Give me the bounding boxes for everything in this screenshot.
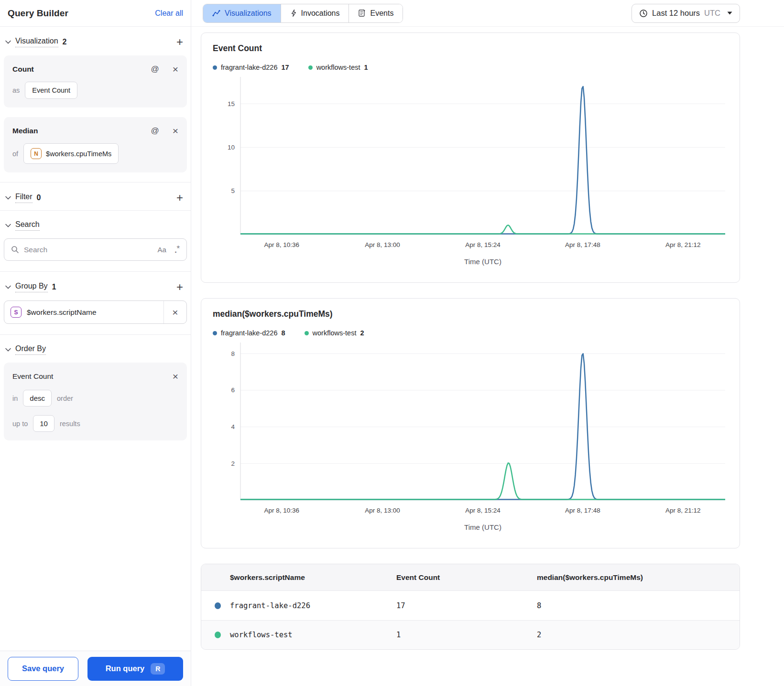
string-field-icon: S xyxy=(11,307,22,318)
chart-legend: fragrant-lake-d226 17 workflows-test 1 xyxy=(213,64,728,71)
line-chart-icon xyxy=(212,10,220,17)
add-filter-button[interactable]: + xyxy=(176,192,183,204)
table-row: workflows-test 1 2 xyxy=(201,620,740,649)
sort-direction-pill[interactable]: desc xyxy=(23,390,52,407)
run-query-label: Run query xyxy=(106,664,145,673)
svg-text:2: 2 xyxy=(231,460,235,467)
cell-median: 2 xyxy=(537,631,740,639)
tab-label: Events xyxy=(370,9,393,18)
series-dot xyxy=(215,602,221,609)
group-by-count: 1 xyxy=(52,283,56,291)
median-cputime-chart: 2468Apr 8, 10:36Apr 8, 13:00Apr 8, 15:24… xyxy=(213,339,728,541)
sidebar-body: Visualization 2 + Count @ × as Event Cou… xyxy=(0,27,191,651)
at-icon[interactable]: @ xyxy=(151,127,159,135)
chevron-down-icon[interactable] xyxy=(5,39,11,45)
close-icon[interactable]: × xyxy=(173,126,178,136)
of-label: of xyxy=(12,150,18,158)
run-query-button[interactable]: Run query R xyxy=(87,657,183,681)
event-count-chart-card: Event Count fragrant-lake-d226 17 workfl… xyxy=(201,32,740,283)
search-input[interactable] xyxy=(24,246,152,254)
results-table-card: $workers.scriptName Event Count median($… xyxy=(201,564,740,650)
query-builder-sidebar: Query Builder Clear all Visualization 2 … xyxy=(0,0,191,686)
number-field-icon: N xyxy=(31,148,42,159)
time-range-button[interactable]: Last 12 hours UTC xyxy=(632,4,740,23)
chevron-down-icon[interactable] xyxy=(5,284,11,290)
legend-item[interactable]: workflows-test 1 xyxy=(308,64,368,71)
chevron-down-icon[interactable] xyxy=(5,222,11,229)
at-icon[interactable]: @ xyxy=(151,65,159,73)
event-count-chart: 51015Apr 8, 10:36Apr 8, 13:00Apr 8, 15:2… xyxy=(213,73,728,276)
legend-item[interactable]: fragrant-lake-d226 17 xyxy=(213,64,289,71)
chart-title: median($workers.cpuTimeMs) xyxy=(213,309,728,319)
chevron-down-icon[interactable] xyxy=(5,194,11,201)
legend-series-total: 2 xyxy=(360,329,364,337)
sidebar-header: Query Builder Clear all xyxy=(0,0,191,27)
column-header-median: median($workers.cpuTimeMs) xyxy=(537,573,740,582)
main-panel: Visualizations Invocations Events xyxy=(191,0,784,686)
svg-text:8: 8 xyxy=(231,350,235,357)
group-by-field-value: $workers.scriptName xyxy=(27,308,158,317)
document-icon xyxy=(358,9,366,17)
close-icon[interactable]: × xyxy=(173,371,178,381)
svg-text:Apr 8, 10:36: Apr 8, 10:36 xyxy=(264,507,299,514)
remove-group-by-icon[interactable]: × xyxy=(163,301,186,323)
filter-count: 0 xyxy=(37,193,41,202)
svg-text:Apr 8, 17:48: Apr 8, 17:48 xyxy=(565,241,600,248)
group-by-item[interactable]: S $workers.scriptName × xyxy=(4,300,187,324)
series-dot xyxy=(215,632,221,638)
svg-text:Apr 8, 21:12: Apr 8, 21:12 xyxy=(665,507,701,514)
add-group-by-button[interactable]: + xyxy=(176,281,183,293)
series-dot xyxy=(213,331,217,335)
page-title: Query Builder xyxy=(8,8,68,19)
visualization-field-pill[interactable]: N $workers.cpuTimeMs xyxy=(23,143,119,164)
visualization-field-value: $workers.cpuTimeMs xyxy=(46,150,111,158)
order-label: order xyxy=(57,395,73,402)
cell-event-count: 17 xyxy=(396,601,537,610)
group-by-section-label: Group By xyxy=(15,282,48,292)
clear-all-link[interactable]: Clear all xyxy=(155,9,183,18)
svg-text:Time (UTC): Time (UTC) xyxy=(464,523,501,531)
group-by-section-header: Group By 1 + xyxy=(0,272,191,300)
filter-section-header: Filter 0 + xyxy=(0,182,191,210)
topbar: Visualizations Invocations Events xyxy=(191,0,784,27)
tab-invocations[interactable]: Invocations xyxy=(281,4,349,22)
table-row: fragrant-lake-d226 17 8 xyxy=(201,591,740,620)
match-case-toggle[interactable]: Aa xyxy=(157,246,166,254)
legend-series-name: workflows-test xyxy=(316,64,360,71)
legend-item[interactable]: fragrant-lake-d226 8 xyxy=(213,329,285,337)
results-label: results xyxy=(60,420,80,428)
order-by-section-label: Order By xyxy=(15,344,46,355)
save-query-button[interactable]: Save query xyxy=(8,657,78,681)
regex-icon[interactable]: ▪* xyxy=(175,244,180,256)
result-limit-pill[interactable]: 10 xyxy=(33,415,54,432)
cell-script-name: workflows-test xyxy=(230,631,293,639)
svg-text:5: 5 xyxy=(231,187,235,194)
tab-visualizations[interactable]: Visualizations xyxy=(203,4,281,22)
chevron-down-icon[interactable] xyxy=(5,346,11,353)
add-visualization-button[interactable]: + xyxy=(176,36,183,48)
close-icon[interactable]: × xyxy=(173,64,178,74)
svg-text:15: 15 xyxy=(228,100,235,107)
series-dot xyxy=(213,65,217,70)
order-by-card: Event Count × in desc order up to 10 res… xyxy=(4,363,187,440)
visualization-card-title: Count xyxy=(12,65,137,74)
legend-series-total: 17 xyxy=(282,64,289,71)
svg-text:Time (UTC): Time (UTC) xyxy=(464,257,501,266)
time-range-label: Last 12 hours xyxy=(652,9,700,18)
tab-events[interactable]: Events xyxy=(349,4,403,22)
legend-item[interactable]: workflows-test 2 xyxy=(305,329,364,337)
lightning-icon xyxy=(290,9,297,17)
svg-text:Apr 8, 21:12: Apr 8, 21:12 xyxy=(665,241,701,248)
order-by-field: Event Count xyxy=(12,372,159,381)
chart-legend: fragrant-lake-d226 8 workflows-test 2 xyxy=(213,329,728,337)
chart-title: Event Count xyxy=(213,43,728,54)
svg-text:Apr 8, 15:24: Apr 8, 15:24 xyxy=(465,241,501,248)
in-label: in xyxy=(12,395,18,402)
chevron-down-icon xyxy=(727,11,732,15)
visualization-alias-pill[interactable]: Event Count xyxy=(25,82,77,99)
order-by-section-header: Order By xyxy=(0,335,191,362)
table-header-row: $workers.scriptName Event Count median($… xyxy=(201,564,740,591)
visualization-section-header: Visualization 2 + xyxy=(0,27,191,54)
svg-text:6: 6 xyxy=(231,386,235,394)
legend-series-total: 1 xyxy=(364,64,368,71)
